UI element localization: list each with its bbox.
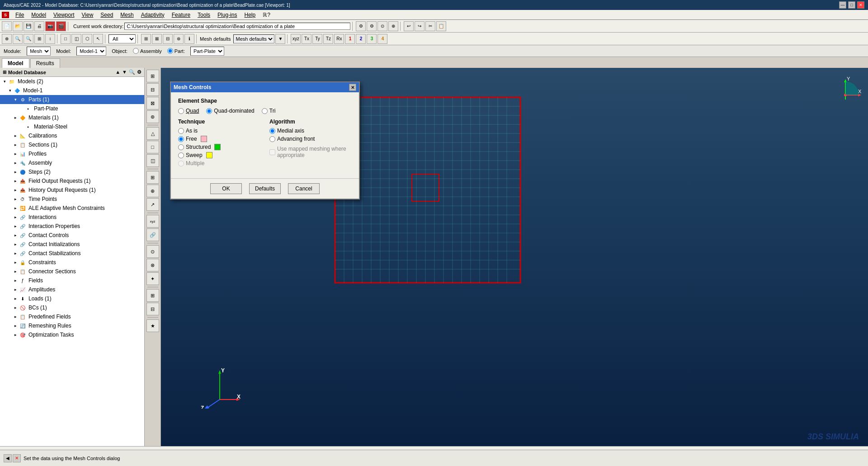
tree-item-remeshing-rules[interactable]: ▸🔄Remeshing Rules <box>0 321 144 330</box>
tree-collapse-icon[interactable]: ▼ <box>122 69 127 75</box>
technique-multiple-radio[interactable] <box>178 161 184 166</box>
tree-expander-materials[interactable]: ▸ <box>13 115 18 120</box>
tree-expander-contact-stab[interactable]: ▸ <box>13 251 18 256</box>
tree-expander-profiles[interactable]: ▸ <box>13 152 18 156</box>
save-btn[interactable]: 💾 <box>24 21 33 31</box>
menu-plugins[interactable]: Plug-ins <box>214 11 241 19</box>
lt-btn-5[interactable]: △ <box>146 127 159 140</box>
tree-expander-contact-controls[interactable]: ▸ <box>13 233 18 238</box>
print-btn[interactable]: 🖨 <box>34 21 44 31</box>
tree-item-time-points[interactable]: ▸⏱Time Points <box>0 195 144 204</box>
view-btn3[interactable]: ⬡ <box>82 34 92 44</box>
lt-btn-16[interactable]: ⊞ <box>146 289 159 302</box>
tree-item-sections[interactable]: ▸📋Sections (1) <box>0 140 144 149</box>
tb-btn-4[interactable]: ⊕ <box>388 21 398 31</box>
lt-btn-10[interactable]: ↗ <box>146 198 159 211</box>
tree-item-contact-controls[interactable]: ▸🔗Contact Controls <box>0 231 144 240</box>
nav-btn1[interactable]: ⊕ <box>2 34 12 44</box>
tree-item-optimization-tasks[interactable]: ▸🎯Optimization Tasks <box>0 330 144 339</box>
tree-expander-predefined-fields[interactable]: ▸ <box>13 314 18 319</box>
tree-item-ale[interactable]: ▸🔁ALE Adaptive Mesh Constraints <box>0 204 144 213</box>
lt-btn-3[interactable]: ⊠ <box>146 97 159 109</box>
ok-button[interactable]: OK <box>210 183 242 194</box>
lt-btn-1[interactable]: ⊞ <box>146 70 159 82</box>
lt-btn-9[interactable]: ⊕ <box>146 185 159 197</box>
tb-btn-6[interactable]: ↪ <box>415 21 425 31</box>
tree-expander-remeshing-rules[interactable]: ▸ <box>13 323 18 328</box>
coord-btn5[interactable]: Rx <box>334 34 344 44</box>
tree-expander-bcs[interactable]: ▸ <box>13 305 18 310</box>
assembly-radio[interactable] <box>133 48 139 54</box>
lt-btn-14[interactable]: ⊗ <box>146 259 159 271</box>
module-select[interactable]: Mesh <box>27 47 51 56</box>
menu-adaptivity[interactable]: Adaptivity <box>137 11 168 19</box>
shape-tri-label[interactable]: Tri <box>262 108 276 114</box>
lt-btn-8[interactable]: ⊞ <box>146 171 159 184</box>
nav-btn4[interactable]: ⊞ <box>34 34 44 44</box>
tree-expander-constraints[interactable]: ▸ <box>13 260 18 265</box>
tab-model[interactable]: Model <box>2 58 29 68</box>
algorithm-advancing-radio[interactable] <box>269 136 275 142</box>
lt-btn-4[interactable]: ⊛ <box>146 110 159 123</box>
tree-expander-connector-sections[interactable]: ▸ <box>13 269 18 274</box>
tree-expander-ale[interactable]: ▸ <box>13 206 18 210</box>
menu-mesh[interactable]: Mesh <box>117 11 137 19</box>
mesh-btn3[interactable]: ⊟ <box>163 34 173 44</box>
tree-item-loads[interactable]: ▸⬇Loads (1) <box>0 294 144 303</box>
algorithm-medial-radio[interactable] <box>269 128 275 134</box>
tab-results[interactable]: Results <box>30 58 60 68</box>
shape-quad-radio[interactable] <box>178 108 184 114</box>
lt-btn-6[interactable]: □ <box>146 141 159 153</box>
tree-expander-fields[interactable]: ▸ <box>13 278 18 283</box>
menu-viewport[interactable]: Viewport <box>50 11 78 19</box>
tree-item-model1[interactable]: ▾🔷Model-1 <box>0 86 144 95</box>
technique-as-is-radio[interactable] <box>178 128 184 134</box>
menu-tools[interactable]: Tools <box>194 11 214 19</box>
tree-filter-icon[interactable]: 🔍 <box>129 69 135 75</box>
menu-help[interactable]: Help <box>241 11 259 19</box>
tree-item-materials[interactable]: ▸🔶Materials (1) <box>0 113 144 122</box>
maximize-button[interactable]: □ <box>848 1 855 9</box>
tree-item-connector-sections[interactable]: ▸📋Connector Sections <box>0 267 144 276</box>
mesh-btn2[interactable]: ⊠ <box>152 34 162 44</box>
mapped-mesh-checkbox[interactable] <box>269 149 275 155</box>
technique-free-radio[interactable] <box>178 136 184 142</box>
menu-model[interactable]: Model <box>28 11 50 19</box>
num-btn1[interactable]: 1 <box>345 34 355 44</box>
tree-item-material-steel[interactable]: ▪Material-Steel <box>0 122 144 131</box>
tree-expander-sections[interactable]: ▸ <box>13 143 18 147</box>
coord-btn3[interactable]: Ty <box>312 34 322 44</box>
tb-btn-3[interactable]: ⊙ <box>377 21 387 31</box>
num-btn3[interactable]: 3 <box>367 34 377 44</box>
tree-expander-time-points[interactable]: ▸ <box>13 197 18 201</box>
tree-item-constraints[interactable]: ▸🔒Constraints <box>0 258 144 267</box>
lt-btn-18[interactable]: ★ <box>146 319 159 332</box>
tb-btn-5[interactable]: ↩ <box>404 21 414 31</box>
tree-item-steps[interactable]: ▸🔵Steps (2) <box>0 167 144 176</box>
tb-btn-2[interactable]: ⚙ <box>367 21 377 31</box>
lt-btn-2[interactable]: ⊟ <box>146 83 159 96</box>
coord-btn[interactable]: xyz <box>291 34 301 44</box>
tree-item-amplitudes[interactable]: ▸📈Amplitudes <box>0 285 144 294</box>
technique-structured-radio[interactable] <box>178 144 184 150</box>
cancel-button[interactable]: Cancel <box>288 183 320 194</box>
mesh-btn4[interactable]: ⊛ <box>174 34 184 44</box>
coord-btn2[interactable]: Tx <box>302 34 311 44</box>
menu-seed[interactable]: Seed <box>97 11 117 19</box>
menu-view[interactable]: View <box>78 11 97 19</box>
menu-help2[interactable]: ℝ? <box>259 11 274 19</box>
tree-settings-icon[interactable]: ⚙ <box>137 69 142 75</box>
nav-btn5[interactable]: ↕ <box>45 34 55 44</box>
tree-item-contact-init[interactable]: ▸🔗Contact Initializations <box>0 240 144 249</box>
menu-feature[interactable]: Feature <box>168 11 194 19</box>
technique-sweep-radio[interactable] <box>178 152 184 158</box>
tree-expander-contact-init[interactable]: ▸ <box>13 242 18 247</box>
coord-btn4[interactable]: Tz <box>323 34 333 44</box>
tree-expander-model1[interactable]: ▾ <box>7 88 13 93</box>
tree-item-contact-stab[interactable]: ▸🔗Contact Stabilizations <box>0 249 144 258</box>
tree-expander-parts[interactable]: ▾ <box>13 97 18 102</box>
shape-tri-radio[interactable] <box>262 108 268 114</box>
dialog-close-button[interactable]: ✕ <box>349 84 356 91</box>
nav-btn2[interactable]: 🔍 <box>13 34 23 44</box>
nav-btn3[interactable]: 🔍 <box>24 34 33 44</box>
